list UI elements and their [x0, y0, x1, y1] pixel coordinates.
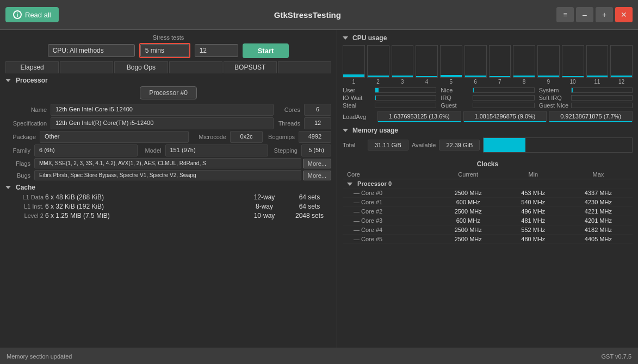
cpu-bar-fill-3 [392, 76, 413, 77]
cpu-bar-col-4: 4 [416, 45, 438, 85]
available-value: 22.39 GiB [439, 140, 480, 150]
cpu-bar-col-1: 1 [343, 45, 365, 85]
read-all-button[interactable]: i Read all [5, 7, 59, 22]
l1i-row: L1 Inst. 6 x 32 KiB (192 KiB) 8-way 64 s… [5, 203, 331, 210]
statusbar: Memory section updated GST v0.7.5 [0, 348, 638, 364]
l1d-sets: 64 sets [288, 193, 331, 201]
cpu-bar-col-2: 2 [367, 45, 389, 85]
guest-label: Guest [441, 102, 470, 109]
memory-bar-fill [484, 138, 525, 152]
guest-bar [473, 103, 534, 108]
maximize-button[interactable]: + [596, 7, 613, 22]
core-max-2: 4221 MHz [564, 207, 633, 216]
system-label: System [539, 87, 569, 93]
cpu-bar-fill-2 [368, 76, 389, 77]
thread-select[interactable]: 12 [195, 44, 238, 57]
elapsed-label: Elapsed [5, 61, 59, 73]
cpu-stats-grid: User Nice System IO Wait IRQ [343, 87, 633, 109]
minimize-button[interactable]: – [576, 7, 593, 22]
softirq-bar [571, 95, 633, 101]
bopsust-label: BOPSUST [224, 61, 277, 73]
l1i-size: 6 x 32 KiB (192 KiB) [45, 203, 241, 210]
cpu-bar-col-7: 7 [489, 45, 511, 85]
core-row-5: — Core #5 2500 MHz 480 MHz 4405 MHz [343, 235, 633, 244]
steal-bar [375, 103, 436, 108]
nice-stat: Nice [441, 87, 534, 93]
close-button[interactable]: ✕ [615, 7, 633, 22]
col-core: Core [343, 170, 434, 179]
memory-usage-label: Memory usage [352, 127, 398, 134]
memory-usage-header: Memory usage [343, 127, 633, 134]
l1i-label: L1 Inst. [5, 203, 44, 210]
core-label-0: — Core #0 [343, 189, 434, 198]
cache-section-label: Cache [16, 184, 35, 191]
cpu-bar-label-12: 12 [618, 79, 624, 85]
menu-button[interactable]: ≡ [556, 7, 574, 22]
processor-collapse-icon[interactable] [5, 79, 11, 82]
l2-sets: 2048 sets [288, 212, 331, 219]
cpu-bar-label-4: 4 [425, 79, 429, 85]
nice-bar-fill [473, 88, 474, 92]
memory-collapse-icon[interactable] [343, 129, 348, 132]
cpu-bar-col-9: 9 [537, 45, 560, 85]
col-min: Min [503, 170, 564, 179]
cpu-bar-fill-8 [513, 76, 535, 77]
softirq-stat: Soft IRQ [539, 95, 633, 101]
loadavg1: 1.6376953125 (13.6%) [377, 111, 461, 122]
clocks-table: Core Current Min Max Processor 0 — Core … [343, 170, 633, 244]
irq-bar [473, 95, 534, 101]
stepping-value: 5 (5h) [301, 145, 331, 156]
cpu-bar-8 [513, 45, 535, 78]
info-icon: i [13, 10, 22, 19]
microcode-value: 0x2c [230, 131, 263, 143]
l2-label: Level 2 [5, 212, 44, 219]
cpu-bar-fill-10 [562, 76, 584, 77]
user-bar [375, 87, 436, 93]
core-max-4: 4182 MHz [564, 225, 633, 235]
cores-label: Cores [275, 106, 302, 113]
main-content: Stress tests CPU: All methods 5 mins 12 … [0, 30, 638, 348]
family-value: 6 (6h) [34, 145, 138, 156]
core-min-5: 480 MHz [503, 235, 564, 244]
cores-value: 6 [304, 104, 331, 116]
core-row-1: — Core #1 600 MHz 540 MHz 4230 MHz [343, 198, 633, 207]
core-label-1: — Core #1 [343, 198, 434, 207]
core-current-4: 2500 MHz [434, 225, 503, 235]
processor-row: Processor 0 [343, 179, 633, 189]
l1d-label: L1 Data [5, 194, 44, 200]
loadavg3: 0.92138671875 (7.7%) [549, 111, 633, 122]
flags-more-button[interactable]: More... [303, 159, 331, 168]
col-max: Max [564, 170, 633, 179]
cpu-bar-label-10: 10 [570, 79, 576, 85]
processor-select-button[interactable]: Processor #0 [140, 86, 197, 99]
iowait-stat: IO Wait [343, 95, 436, 101]
l1d-way: 12-way [243, 193, 286, 201]
cpu-bar-10 [562, 45, 584, 78]
package-value: Other [40, 131, 189, 143]
flags-value: MMX, SSE(1, 2, 3, 3S, 4.1, 4.2), AVX(1, … [34, 158, 301, 168]
bugs-more-button[interactable]: More... [303, 171, 331, 180]
cpu-bar-fill-11 [587, 76, 608, 77]
package-label: Package [5, 134, 38, 140]
read-all-label: Read all [25, 11, 51, 19]
cpu-bar-label-5: 5 [450, 79, 453, 85]
duration-select[interactable]: 5 mins [140, 44, 189, 57]
core-min-0: 453 MHz [503, 189, 564, 198]
start-button[interactable]: Start [243, 43, 289, 58]
core-row-4: — Core #4 2500 MHz 552 MHz 4182 MHz [343, 225, 633, 235]
system-stat: System [539, 87, 633, 93]
name-label: Name [5, 106, 49, 113]
bogomips-value: 4992 [299, 131, 331, 143]
cpu-usage-collapse-icon[interactable] [343, 36, 348, 40]
cpu-bar-fill-4 [416, 76, 437, 77]
cpu-method-select[interactable]: CPU: All methods [48, 44, 135, 57]
core-min-1: 540 MHz [503, 198, 564, 207]
spec-row: Specification 12th Gen Intel(R) Core(TM)… [5, 117, 331, 129]
bugs-label: Bugs [5, 172, 33, 179]
cpu-bar-col-8: 8 [513, 45, 535, 85]
l1d-size: 6 x 48 KiB (288 KiB) [45, 193, 241, 201]
memory-usage-section: Memory usage Total 31.11 GiB Available 2… [343, 127, 633, 156]
cache-collapse-icon[interactable] [5, 186, 11, 189]
l2-size: 6 x 1.25 MiB (7.5 MiB) [45, 212, 241, 219]
user-bar-fill [375, 88, 379, 92]
